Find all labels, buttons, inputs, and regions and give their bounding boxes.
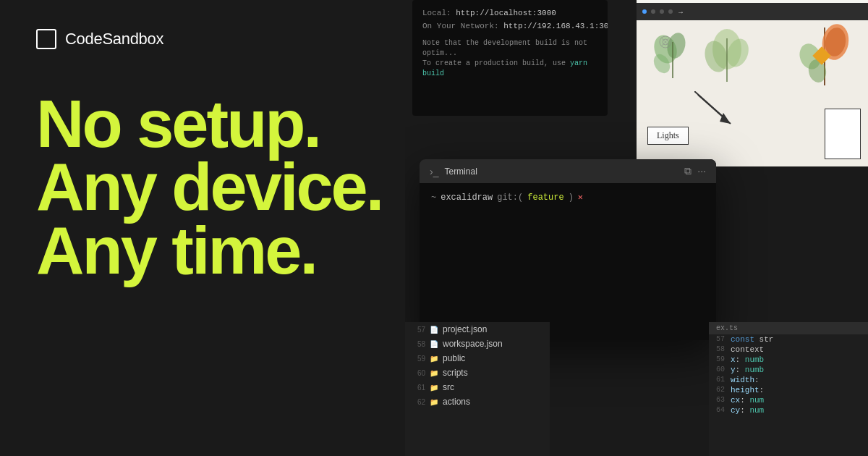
prompt-x: ✕: [578, 192, 583, 203]
design-toolbar: →: [637, 3, 868, 20]
file-row-actions[interactable]: 62 📁 actions: [405, 394, 550, 409]
terminal-chevron-icon: ›_: [430, 166, 438, 177]
code-line-60: 60 y: numb: [709, 365, 868, 375]
code-line-62: 62 height:: [709, 385, 868, 395]
terminal-float[interactable]: ›_ Terminal ⧉ ··· ~ excalidraw git:(feat…: [420, 159, 716, 340]
code-line-61: 61 width:: [709, 375, 868, 385]
folder-icon: 📁: [430, 398, 438, 406]
logo-icon: [36, 29, 56, 49]
file-explorer: 57 📄 project.json 58 📄 workspace.json 59…: [405, 322, 550, 456]
terminal-title: Terminal: [444, 166, 477, 177]
file-icon: 📄: [430, 340, 438, 348]
code-filename: ex.ts: [716, 324, 738, 332]
file-row-scripts[interactable]: 60 📁 scripts: [405, 366, 550, 380]
prompt-branch-suffix: ): [569, 193, 574, 203]
botanical-area: Lights: [637, 20, 868, 166]
white-box: [825, 109, 861, 159]
toolbar-arrow-icon: →: [677, 8, 684, 16]
hero-section: CodeSandbox No setup. Any device. Any ti…: [0, 0, 420, 456]
hero-line-1: No setup.: [36, 93, 383, 156]
terminal-note: Note that the development build is not o…: [422, 38, 597, 79]
code-line-58: 58 context: [709, 345, 868, 355]
arrow-lines: [694, 91, 738, 130]
terminal-header: ›_ Terminal ⧉ ···: [420, 159, 716, 183]
hero-line-3: Any time.: [36, 219, 383, 282]
file-row-public[interactable]: 59 📁 public: [405, 351, 550, 366]
yarn-build-cmd: yarn build: [422, 59, 587, 77]
prompt-branch-prefix: git:(: [497, 193, 523, 203]
toolbar-dot-icon: [660, 9, 664, 14]
code-editor: ex.ts 57 const str 58 context 59 x: numb…: [709, 322, 868, 456]
code-line-63: 63 cx: num: [709, 395, 868, 405]
logo-text: CodeSandbox: [65, 30, 163, 48]
local-label: Local:: [422, 9, 451, 17]
terminal-body: ~ excalidraw git:(feature) ✕: [420, 183, 716, 211]
network-label: On Your Network:: [422, 22, 499, 30]
hero-text: No setup. Any device. Any time.: [36, 93, 383, 282]
terminal-more-btn[interactable]: ···: [697, 165, 706, 177]
hero-line-2: Any device.: [36, 156, 383, 219]
design-canvas: →: [637, 0, 868, 166]
folder-icon: 📁: [430, 355, 438, 363]
toolbar-dot2-icon: [668, 9, 673, 14]
file-row-workspace[interactable]: 58 📄 workspace.json: [405, 337, 550, 351]
actions-label: actions: [443, 397, 470, 407]
prompt-tilde: ~: [431, 193, 436, 203]
code-editor-header: ex.ts: [709, 322, 868, 334]
code-line-59: 59 x: numb: [709, 355, 868, 365]
code-line-57: 57 const str: [709, 334, 868, 345]
terminal-maximize-btn[interactable]: ⧉: [684, 165, 692, 177]
terminal-top-output: Local: http://localhost:3000 On Your Net…: [412, 0, 608, 116]
lights-box: Lights: [647, 127, 689, 145]
file-row-src[interactable]: 61 📁 src: [405, 380, 550, 394]
right-panel: Local: http://localhost:3000 On Your Net…: [405, 0, 868, 456]
toolbar-stop-icon: [651, 9, 655, 14]
logo-area: CodeSandbox: [36, 29, 383, 49]
local-url: http://localhost:3000: [456, 9, 556, 17]
folder-icon: 📁: [430, 384, 438, 392]
terminal-prompt: ~ excalidraw git:(feature) ✕: [431, 192, 705, 203]
plant-2: [702, 24, 752, 89]
plant-1: [651, 28, 694, 85]
file-icon: 📄: [430, 326, 438, 334]
folder-icon: 📁: [430, 369, 438, 377]
file-row-project[interactable]: 57 📄 project.json: [405, 322, 550, 337]
prompt-dir: excalidraw: [441, 193, 493, 203]
design-content: Lights: [637, 20, 868, 166]
network-url: http://192.168.43.1:3000: [503, 22, 608, 30]
terminal-header-left: ›_ Terminal: [430, 166, 477, 177]
lights-label: Lights: [657, 130, 679, 140]
prompt-branch-name: feature: [527, 193, 563, 203]
code-line-64: 64 cy: num: [709, 405, 868, 415]
terminal-header-right: ⧉ ···: [684, 165, 706, 177]
toolbar-play-icon: [642, 9, 647, 14]
